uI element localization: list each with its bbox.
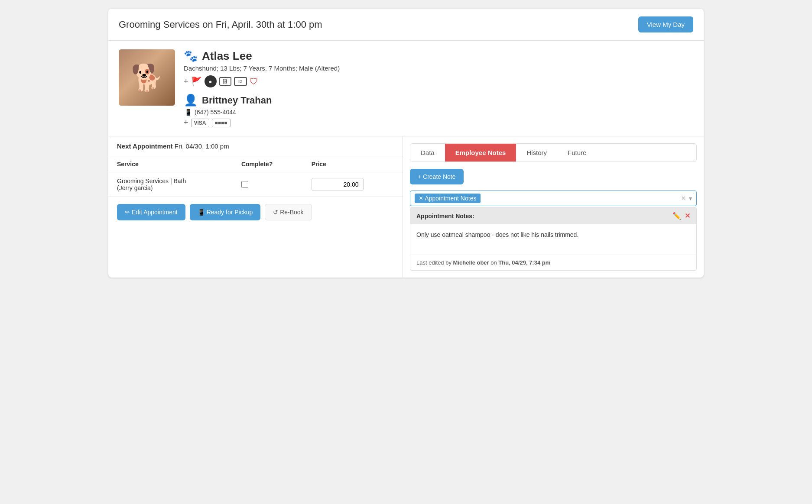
edit-appointment-button[interactable]: ✏ Edit Appointment [117,204,185,220]
gallery-icon[interactable]: 🖼 [219,77,231,86]
circle-icon[interactable]: ● [205,75,217,87]
page-title: Grooming Services on Fri, April. 30th at… [119,19,322,30]
note-card-actions: ✏️ ✕ [672,212,690,220]
card-tag: ■■■■ [212,119,231,127]
owner-cards-row: + VISA ■■■■ [184,118,693,127]
note-filter-dropdown-icon[interactable]: ▾ [689,195,692,202]
page-header: Grooming Services on Fri, April. 30th at… [108,9,704,41]
add-icon[interactable]: + [184,77,188,86]
note-card-title: Appointment Notes: [416,213,474,220]
table-row: Grooming Services | Bath(Jerry garcia) [108,172,403,197]
note-date: Thu, 04/29, 7:34 pm [498,259,550,266]
rebook-button[interactable]: ↺ Re-Book [265,204,312,220]
price-input[interactable] [312,178,364,191]
note-footer-mid: on [489,259,499,266]
owner-icon: 👤 [184,94,198,107]
pet-details: 🐾 Atlas Lee Dachshund; 13 Lbs; 7 Years, … [184,49,693,127]
id-icon[interactable]: ID [234,77,247,86]
note-editor: Michelle ober [453,259,489,266]
price-col-header: Price [303,156,403,172]
service-col-header: Service [108,156,233,172]
services-table: Service Complete? Price Grooming Service… [108,156,403,197]
shield-icon[interactable]: 🛡 [250,77,258,87]
tab-history[interactable]: History [516,144,557,162]
note-delete-icon[interactable]: ✕ [685,212,690,220]
service-name: Grooming Services | Bath(Jerry garcia) [108,172,233,197]
phone-number: (647) 555-4044 [195,109,236,116]
main-content: Next Appointment Fri, 04/30, 1:00 pm Ser… [108,136,704,278]
tabs-row: Data Employee Notes History Future [410,143,697,162]
note-filter-tag: × Appointment Notes [415,194,481,203]
pet-name-row: 🐾 Atlas Lee [184,49,693,63]
note-card: Appointment Notes: ✏️ ✕ Only use oatmeal… [410,207,697,271]
left-panel: Next Appointment Fri, 04/30, 1:00 pm Ser… [108,136,403,278]
tab-data[interactable]: Data [410,144,445,162]
paw-icon: 🐾 [184,49,198,63]
price-cell [303,172,403,197]
next-appt-label: Next Appointment [117,142,173,150]
phone-icon: 📱 [185,109,192,116]
action-buttons: ✏ Edit Appointment 📱 Ready for Pickup ↺ … [108,197,403,227]
tab-future[interactable]: Future [557,144,597,162]
note-footer-prefix: Last edited by [416,259,453,266]
flag-icon[interactable]: 🚩 [191,76,202,87]
complete-col-header: Complete? [233,156,303,172]
view-my-day-button[interactable]: View My Day [638,16,693,32]
complete-checkbox[interactable] [241,181,248,188]
pet-info-section: 🐾 Atlas Lee Dachshund; 13 Lbs; 7 Years, … [108,41,704,136]
note-edit-icon[interactable]: ✏️ [672,212,681,220]
owner-phone: 📱 (647) 555-4044 [185,109,693,116]
create-note-button[interactable]: + Create Note [410,169,464,184]
ready-for-pickup-button[interactable]: 📱 Ready for Pickup [190,204,261,220]
note-card-header: Appointment Notes: ✏️ ✕ [410,207,696,224]
pet-name: Atlas Lee [202,49,252,63]
next-appointment-bar: Next Appointment Fri, 04/30, 1:00 pm [108,136,403,156]
note-filter-row: × Appointment Notes × ▾ [410,191,697,206]
note-filter-label: Appointment Notes [425,195,476,202]
note-card-footer: Last edited by Michelle ober on Thu, 04/… [410,255,696,270]
right-panel: Data Employee Notes History Future + Cre… [403,136,704,278]
note-card-body: Only use oatmeal shampoo - does not like… [410,224,696,255]
tab-employee-notes[interactable]: Employee Notes [445,144,516,162]
complete-checkbox-cell [233,172,303,197]
pet-breed: Dachshund; 13 Lbs; 7 Years, 7 Months; Ma… [184,65,693,72]
next-appt-date: Fri, 04/30, 1:00 pm [175,142,229,150]
pet-icons-row: + 🚩 ● 🖼 ID 🛡 [184,75,693,87]
note-filter-remove-icon[interactable]: × [419,194,423,202]
note-filter-close-icon[interactable]: × [682,194,685,202]
owner-row: 👤 Brittney Trahan [184,94,693,107]
add-card-icon[interactable]: + [184,118,188,127]
owner-name: Brittney Trahan [202,95,272,106]
visa-card: VISA [191,119,209,127]
pet-photo [119,49,175,106]
